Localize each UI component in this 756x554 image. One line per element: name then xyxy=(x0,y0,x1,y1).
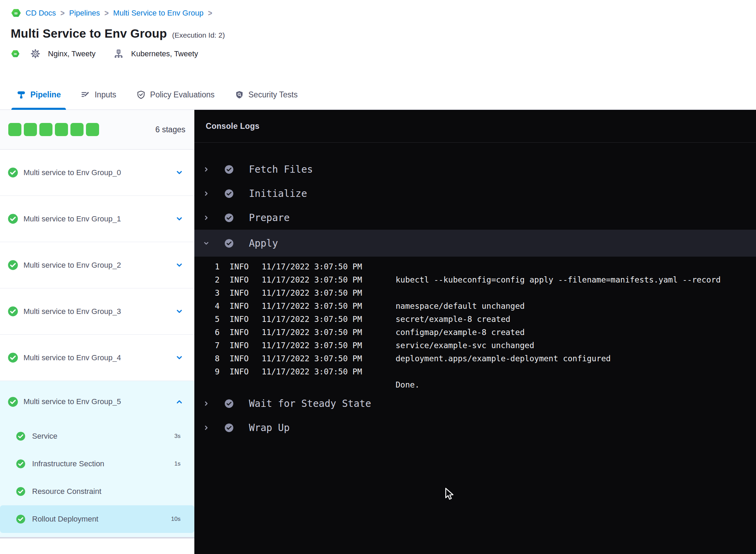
success-check-icon xyxy=(8,167,18,178)
success-check-icon xyxy=(8,352,18,363)
step-duration: 3s xyxy=(174,433,181,440)
console-step-label: Fetch Files xyxy=(249,164,313,175)
breadcrumb-link-cd-docs[interactable]: CD Docs xyxy=(26,9,56,18)
stage-square-5[interactable] xyxy=(86,123,99,136)
log-line: 7INFO11/17/2022 3:07:50 PMservice/exampl… xyxy=(194,339,756,352)
svg-text:∞: ∞ xyxy=(14,10,18,16)
stage-list: Multi service to Env Group_0 Multi servi… xyxy=(0,150,194,538)
log-line-number: 7 xyxy=(194,341,220,350)
console-logs-panel: Console Logs Fetch Files Initialize Prep… xyxy=(194,110,756,554)
stage-row-multi-service-to-env-group-5[interactable]: Multi service to Env Group_5 xyxy=(0,381,194,422)
log-line: 5INFO11/17/2022 3:07:50 PMsecret/example… xyxy=(194,313,756,326)
console-step-fetch-files[interactable]: Fetch Files xyxy=(194,157,756,181)
log-level: INFO xyxy=(230,367,262,376)
log-timestamp: 11/17/2022 3:07:50 PM xyxy=(262,288,396,297)
stage-row-multi-service-to-env-group-2[interactable]: Multi service to Env Group_2 xyxy=(0,242,194,288)
tab-policy-evaluations[interactable]: Policy Evaluations xyxy=(136,80,215,109)
console-step-label: Wait for Steady State xyxy=(249,398,371,409)
log-line-number: 8 xyxy=(194,354,220,363)
log-line-number: 6 xyxy=(194,328,220,337)
tab-label: Security Tests xyxy=(249,90,298,99)
chevron-right-icon[interactable] xyxy=(203,214,211,221)
console-header: Console Logs xyxy=(194,110,756,143)
stage-row-multi-service-to-env-group-0[interactable]: Multi service to Env Group_0 xyxy=(0,150,194,196)
step-row-service[interactable]: Service3s xyxy=(0,422,194,450)
breadcrumb: ∞ CD Docs>Pipelines>Multi Service to Env… xyxy=(11,8,756,18)
step-row-infrastructure-section[interactable]: Infrastructure Section1s xyxy=(0,450,194,478)
console-step-prepare[interactable]: Prepare xyxy=(194,206,756,230)
stage-square-1[interactable] xyxy=(24,123,37,136)
step-label: Rollout Deployment xyxy=(32,515,98,524)
stage-square-2[interactable] xyxy=(39,123,52,136)
tab-security-tests[interactable]: Security Tests xyxy=(235,80,298,109)
success-check-icon xyxy=(224,423,234,432)
chevron-down-icon[interactable] xyxy=(175,307,183,315)
success-check-icon xyxy=(16,459,26,469)
chevron-right-icon[interactable] xyxy=(203,424,211,431)
log-line: 9INFO11/17/2022 3:07:50 PM xyxy=(194,365,756,378)
tab-label: Inputs xyxy=(95,90,116,99)
success-check-icon xyxy=(8,306,18,317)
tab-label: Pipeline xyxy=(30,90,61,99)
console-step-wrap-up[interactable]: Wrap Up xyxy=(194,416,756,440)
stage-square-0[interactable] xyxy=(8,123,21,136)
success-check-icon xyxy=(224,239,234,248)
step-row-rollout-deployment[interactable]: Rollout Deployment10s xyxy=(0,505,194,533)
log-line-number: 9 xyxy=(194,367,220,376)
log-message: secret/example-8 created xyxy=(396,315,756,324)
console-step-initialize[interactable]: Initialize xyxy=(194,181,756,206)
log-timestamp: 11/17/2022 3:07:50 PM xyxy=(262,354,396,363)
chevron-down-icon[interactable] xyxy=(175,354,183,362)
stage-row-multi-service-to-env-group-3[interactable]: Multi service to Env Group_3 xyxy=(0,288,194,335)
stage-status-squares xyxy=(8,123,99,136)
tab-bar: Pipeline Inputs Policy Evaluations Secur… xyxy=(0,80,756,110)
success-check-icon xyxy=(224,213,234,222)
console-step-wait-for-steady-state[interactable]: Wait for Steady State xyxy=(194,391,756,416)
log-message: namespace/default unchanged xyxy=(396,302,756,311)
log-message: kubectl --kubeconfig=config apply --file… xyxy=(396,275,756,284)
svg-text:∞: ∞ xyxy=(13,51,17,56)
log-timestamp: 11/17/2022 3:07:50 PM xyxy=(262,275,396,284)
chevron-right-icon[interactable] xyxy=(203,190,211,197)
chevron-down-icon[interactable] xyxy=(175,215,183,223)
log-level: INFO xyxy=(230,262,262,271)
step-row-resource-constraint[interactable]: Resource Constraint xyxy=(0,478,194,505)
harness-cd-module-icon: ∞ xyxy=(11,8,21,18)
title-row: Multi Service to Env Group (Execution Id… xyxy=(11,27,756,40)
log-line: 2INFO11/17/2022 3:07:50 PMkubectl --kube… xyxy=(194,273,756,286)
breadcrumb-link-multi-service-to-env-group[interactable]: Multi Service to Env Group xyxy=(113,9,204,18)
chevron-right-icon[interactable] xyxy=(203,400,211,407)
console-step-label: Wrap Up xyxy=(249,422,290,433)
stage-label: Multi service to Env Group_2 xyxy=(23,261,121,270)
chevron-down-icon[interactable] xyxy=(203,240,211,247)
stage-row-multi-service-to-env-group-4[interactable]: Multi service to Env Group_4 xyxy=(0,335,194,381)
log-line-number: 3 xyxy=(194,288,220,297)
console-step-apply[interactable]: Apply xyxy=(194,230,756,257)
log-message: deployment.apps/example-deployment confi… xyxy=(396,354,756,363)
log-line: Done. xyxy=(194,378,756,391)
tab-pipeline[interactable]: Pipeline xyxy=(17,80,61,109)
tab-inputs[interactable]: Inputs xyxy=(81,80,116,109)
console-title: Console Logs xyxy=(206,122,260,131)
chevron-down-icon[interactable] xyxy=(175,261,183,269)
chevron-right-icon[interactable] xyxy=(203,166,211,173)
log-timestamp: 11/17/2022 3:07:50 PM xyxy=(262,341,396,350)
chevron-up-icon[interactable] xyxy=(175,398,183,406)
console-body: Fetch Files Initialize Prepare Apply1INF… xyxy=(194,143,756,440)
log-level: INFO xyxy=(230,275,262,284)
log-timestamp: 11/17/2022 3:07:50 PM xyxy=(262,302,396,311)
success-check-icon xyxy=(224,189,234,198)
services-label: Nginx, Tweety xyxy=(48,49,96,58)
log-timestamp: 11/17/2022 3:07:50 PM xyxy=(262,315,396,324)
stage-row-multi-service-to-env-group-1[interactable]: Multi service to Env Group_1 xyxy=(0,196,194,242)
log-timestamp: 11/17/2022 3:07:50 PM xyxy=(262,367,396,376)
stage-square-4[interactable] xyxy=(70,123,84,136)
breadcrumb-link-pipelines[interactable]: Pipelines xyxy=(69,9,100,18)
breadcrumb-separator-icon: > xyxy=(104,8,109,18)
shield-search-icon xyxy=(235,90,244,99)
log-line: 8INFO11/17/2022 3:07:50 PMdeployment.app… xyxy=(194,352,756,365)
stage-square-3[interactable] xyxy=(55,123,68,136)
success-check-icon xyxy=(8,397,18,407)
chevron-down-icon[interactable] xyxy=(175,169,183,176)
gear-icon xyxy=(30,49,40,59)
